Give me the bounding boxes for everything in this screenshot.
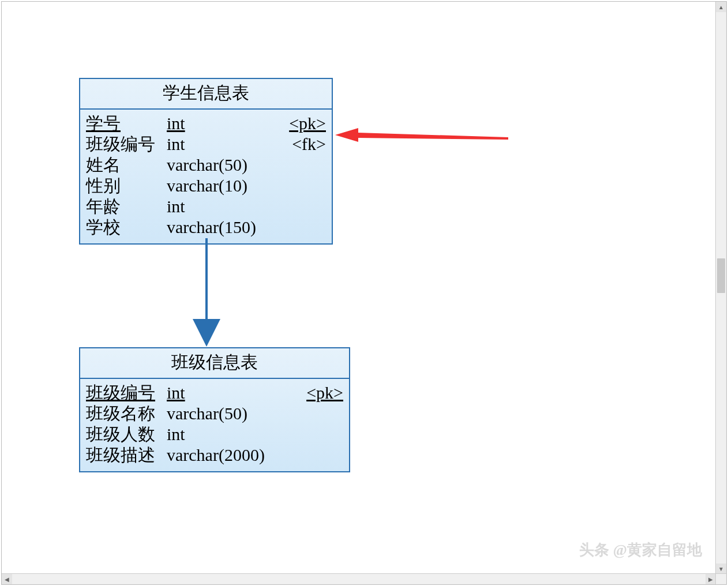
column-key [297, 403, 343, 424]
column-key [297, 424, 343, 445]
column-type: varchar(150) [167, 217, 280, 238]
diagram-viewport: 学生信息表 学号int<pk>班级编号int<fk>姓名varchar(50)性… [1, 1, 727, 585]
scroll-up-button[interactable]: ▲ [716, 2, 726, 12]
column-row: 性别varchar(10) [86, 175, 326, 196]
vertical-scrollbar[interactable]: ▲ ▼ [715, 2, 726, 574]
column-type: varchar(10) [167, 175, 280, 196]
column-name: 班级描述 [86, 445, 167, 465]
entity-student[interactable]: 学生信息表 学号int<pk>班级编号int<fk>姓名varchar(50)性… [79, 78, 333, 245]
entity-student-title: 学生信息表 [80, 79, 332, 110]
column-type: varchar(50) [167, 155, 280, 175]
column-name: 班级人数 [86, 424, 167, 445]
column-type: int [167, 382, 297, 403]
column-key [280, 196, 326, 217]
scroll-left-button[interactable]: ◀ [2, 574, 12, 584]
column-row: 班级描述varchar(2000) [86, 445, 343, 465]
column-key [280, 217, 326, 238]
svg-marker-0 [335, 128, 508, 142]
column-key: <pk> [280, 113, 326, 134]
column-name: 性别 [86, 175, 167, 196]
entity-student-columns: 学号int<pk>班级编号int<fk>姓名varchar(50)性别varch… [80, 110, 332, 243]
column-row: 姓名varchar(50) [86, 155, 326, 175]
scrollbar-corner [715, 573, 726, 584]
column-key [297, 445, 343, 465]
column-name: 班级编号 [86, 382, 167, 403]
column-name: 学校 [86, 217, 167, 238]
column-row: 班级编号int<fk> [86, 134, 326, 155]
entity-class[interactable]: 班级信息表 班级编号int<pk>班级名称varchar(50)班级人数int班… [79, 347, 350, 472]
column-name: 年龄 [86, 196, 167, 217]
column-name: 姓名 [86, 155, 167, 175]
scroll-right-button[interactable]: ▶ [706, 574, 716, 584]
entity-class-columns: 班级编号int<pk>班级名称varchar(50)班级人数int班级描述var… [80, 379, 349, 471]
column-type: int [167, 134, 280, 155]
column-row: 班级人数int [86, 424, 343, 445]
vertical-scroll-thumb[interactable] [717, 258, 725, 293]
horizontal-scrollbar[interactable]: ◀ ▶ [2, 573, 716, 584]
column-type: varchar(2000) [167, 445, 297, 465]
column-row: 班级名称varchar(50) [86, 403, 343, 424]
column-row: 学校varchar(150) [86, 217, 326, 238]
column-key: <fk> [280, 134, 326, 155]
column-type: int [167, 424, 297, 445]
column-type: varchar(50) [167, 403, 297, 424]
column-type: int [167, 113, 280, 134]
column-key [280, 175, 326, 196]
column-key: <pk> [297, 382, 343, 403]
column-name: 班级编号 [86, 134, 167, 155]
column-key [280, 155, 326, 175]
column-name: 学号 [86, 113, 167, 134]
diagram-canvas[interactable]: 学生信息表 学号int<pk>班级编号int<fk>姓名varchar(50)性… [2, 2, 716, 574]
column-row: 学号int<pk> [86, 113, 326, 134]
column-row: 班级编号int<pk> [86, 382, 343, 403]
watermark: 头条 @黄家自留地 [579, 540, 702, 560]
column-row: 年龄int [86, 196, 326, 217]
annotation-arrow [335, 128, 508, 142]
scroll-down-button[interactable]: ▼ [716, 564, 726, 574]
column-name: 班级名称 [86, 403, 167, 424]
entity-class-title: 班级信息表 [80, 348, 349, 379]
column-type: int [167, 196, 280, 217]
